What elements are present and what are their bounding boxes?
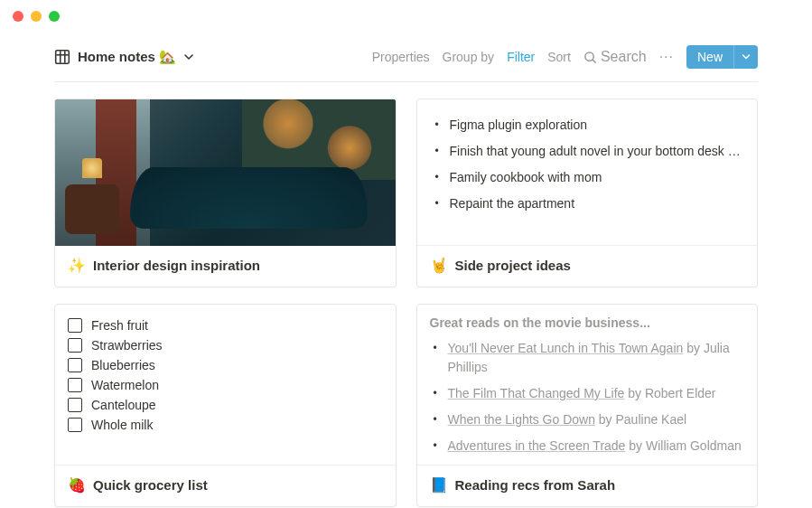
section-heading: Great reads on the movie business... bbox=[430, 315, 745, 330]
view-toolbar: Properties Group by Filter Sort Search ·… bbox=[372, 45, 758, 69]
card-cover-image bbox=[55, 99, 396, 246]
close-window-icon[interactable] bbox=[13, 11, 23, 22]
todo-item: Strawberries bbox=[68, 335, 383, 355]
card-title: Interior design inspiration bbox=[93, 258, 260, 273]
window-traffic-lights bbox=[0, 0, 812, 31]
more-options-button[interactable]: ··· bbox=[659, 49, 674, 65]
board-view-icon bbox=[54, 49, 70, 65]
maximize-window-icon[interactable] bbox=[49, 11, 60, 22]
checkbox[interactable] bbox=[68, 378, 82, 392]
checkbox[interactable] bbox=[68, 418, 82, 432]
card-body: Fresh fruit Strawberries Blueberries Wat… bbox=[55, 305, 396, 465]
card-title: Quick grocery list bbox=[93, 477, 208, 493]
list-item: Figma plugin exploration bbox=[432, 112, 743, 138]
filter-button[interactable]: Filter bbox=[507, 50, 535, 64]
view-title-dropdown[interactable]: Home notes 🏡 bbox=[54, 49, 194, 65]
chevron-down-icon bbox=[742, 52, 751, 61]
book-link[interactable]: You'll Never Eat Lunch in This Town Agai… bbox=[448, 341, 684, 355]
card-interior-design[interactable]: ✨ Interior design inspiration bbox=[54, 99, 397, 287]
card-title-bar: ✨ Interior design inspiration bbox=[55, 246, 396, 287]
sparkles-icon: ✨ bbox=[68, 257, 86, 274]
properties-button[interactable]: Properties bbox=[372, 50, 430, 64]
card-side-projects[interactable]: Figma plugin exploration Finish that you… bbox=[416, 99, 759, 287]
card-grocery-list[interactable]: Fresh fruit Strawberries Blueberries Wat… bbox=[54, 304, 397, 507]
list-item: You'll Never Eat Lunch in This Town Agai… bbox=[430, 335, 745, 381]
new-button[interactable]: New bbox=[686, 45, 733, 69]
card-body: Great reads on the movie business... You… bbox=[417, 305, 758, 465]
todo-item: Canteloupe bbox=[68, 395, 383, 415]
todo-item: Watermelon bbox=[68, 375, 383, 395]
new-dropdown-button[interactable] bbox=[733, 45, 758, 69]
list-item: Finish that young adult novel in your bo… bbox=[432, 138, 743, 165]
chevron-down-icon bbox=[183, 52, 194, 62]
list-item: Adventures in the Screen Trade by Willia… bbox=[430, 433, 745, 459]
svg-line-5 bbox=[593, 60, 595, 62]
card-title: Reading recs from Sarah bbox=[455, 477, 616, 493]
book-link[interactable]: Adventures in the Screen Trade bbox=[448, 438, 626, 453]
todo-item: Blueberries bbox=[68, 355, 383, 375]
bullet-list: Figma plugin exploration Finish that you… bbox=[432, 112, 743, 217]
todo-list: Fresh fruit Strawberries Blueberries Wat… bbox=[68, 315, 383, 435]
book-link[interactable]: When the Lights Go Down bbox=[448, 412, 595, 427]
group-by-button[interactable]: Group by bbox=[443, 50, 495, 64]
card-title: Side project ideas bbox=[455, 258, 571, 273]
list-item: When the Lights Go Down by Pauline Kael bbox=[430, 407, 745, 433]
strawberry-icon: 🍓 bbox=[68, 476, 86, 494]
checkbox[interactable] bbox=[68, 318, 82, 333]
horns-icon: 🤘 bbox=[430, 257, 448, 274]
sort-button[interactable]: Sort bbox=[547, 50, 571, 64]
search-icon bbox=[583, 51, 597, 64]
card-title-bar: 🤘 Side project ideas bbox=[417, 245, 758, 287]
list-item: The Film That Changed My Life by Robert … bbox=[430, 381, 745, 407]
minimize-window-icon[interactable] bbox=[31, 11, 42, 22]
reading-list: You'll Never Eat Lunch in This Town Agai… bbox=[430, 335, 745, 459]
view-header: Home notes 🏡 Properties Group by Filter … bbox=[54, 31, 758, 82]
checkbox[interactable] bbox=[68, 338, 82, 353]
card-body: Figma plugin exploration Finish that you… bbox=[417, 99, 758, 245]
todo-item: Fresh fruit bbox=[68, 315, 383, 335]
book-link[interactable]: The Film That Changed My Life bbox=[448, 386, 625, 400]
new-button-group: New bbox=[686, 45, 758, 69]
card-title-bar: 🍓 Quick grocery list bbox=[55, 465, 396, 506]
card-title-bar: 📘 Reading recs from Sarah bbox=[417, 465, 758, 506]
checkbox[interactable] bbox=[68, 358, 82, 372]
search-button[interactable]: Search bbox=[583, 49, 647, 65]
gallery-grid: ✨ Interior design inspiration Figma plug… bbox=[54, 99, 758, 507]
svg-rect-0 bbox=[56, 51, 70, 64]
list-item: Family cookbook with mom bbox=[432, 165, 743, 191]
list-item: Repaint the apartment bbox=[432, 191, 743, 217]
card-reading-recs[interactable]: Great reads on the movie business... You… bbox=[416, 304, 759, 507]
todo-item: Whole milk bbox=[68, 415, 383, 435]
checkbox[interactable] bbox=[68, 398, 82, 412]
book-icon: 📘 bbox=[430, 476, 448, 494]
view-title: Home notes 🏡 bbox=[78, 49, 176, 65]
